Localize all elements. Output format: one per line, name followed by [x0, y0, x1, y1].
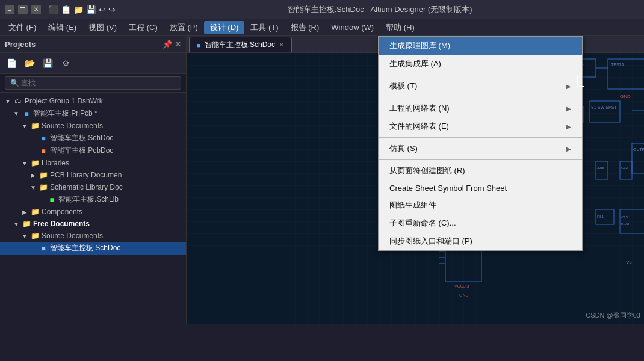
free-source-icon: 📁: [30, 231, 40, 241]
minimize-btn[interactable]: 🗕: [5, 5, 14, 14]
libraries-label: Libraries: [42, 159, 69, 167]
menu-reports[interactable]: 报告 (R): [285, 21, 326, 34]
window-controls[interactable]: 🗕 🗖 ✕: [5, 5, 41, 14]
pcb-project-icon: ■: [22, 109, 31, 119]
dropdown-label-simulation: 仿真 (S): [389, 143, 418, 154]
tree-item-main-schdoc[interactable]: ▶ ■ 智能车主控板.SchDoc: [0, 242, 186, 255]
svg-text:R51: R51: [597, 215, 604, 218]
menu-view[interactable]: 视图 (V): [82, 21, 123, 34]
tab-close-icon[interactable]: ✕: [279, 41, 284, 49]
sep-4: [379, 159, 582, 160]
sidebar-panel: Projects 📌 ✕ 📄 📂 💾 ⚙ ▼ 🗂 Project Group 1…: [0, 36, 187, 324]
schlib-icon: ■: [47, 195, 57, 205]
dropdown-item-gen-schlib[interactable]: 生成原理图库 (M): [379, 37, 582, 55]
dropdown-item-create-symbol[interactable]: Create Sheet Symbol From Sheet: [379, 180, 582, 196]
project-netlist-sub-arrow: ▶: [566, 105, 571, 112]
menu-edit[interactable]: 编辑 (E): [42, 21, 82, 34]
tree-item-sch-lib[interactable]: ▼ 📁 Schematic Library Doc: [0, 181, 186, 193]
expand-arrow-project-group: ▼: [4, 98, 11, 105]
folder-icon: 📁: [73, 5, 84, 14]
dropdown-item-sync-ports[interactable]: 同步图纸入口和端口 (P): [379, 232, 582, 250]
sidebar-close-icon[interactable]: ✕: [175, 40, 181, 49]
dropdown-label-file-netlist: 文件的网络表 (E): [389, 121, 449, 132]
sidebar-save-btn[interactable]: 💾: [40, 55, 55, 71]
tree-item-free-source[interactable]: ▼ 📁 Source Documents: [0, 230, 186, 242]
tab-main-schdoc[interactable]: ■ 智能车主控板.SchDoc ✕: [189, 37, 292, 52]
template-sub-arrow: ▶: [566, 83, 571, 90]
expand-arrow-free-source: ▼: [21, 233, 28, 239]
tree-item-pcbdoc[interactable]: ▶ ■ 智能车主板.PcbDoc: [0, 144, 186, 157]
undo-icon[interactable]: ↩: [99, 5, 106, 14]
window-title: 智能车主控板.SchDoc - Altium Designer (无限制版本): [120, 4, 639, 15]
tree-item-libraries[interactable]: ▼ 📁 Libraries: [0, 157, 186, 169]
dropdown-item-rename-subsheet[interactable]: 子图重新命名 (C)...: [379, 214, 582, 232]
pin-icon[interactable]: 📌: [163, 40, 172, 49]
save-icon: 💾: [86, 5, 96, 14]
dropdown-item-simulation[interactable]: 仿真 (S) ▶: [379, 140, 582, 158]
expand-arrow-sch-lib: ▼: [29, 184, 37, 191]
simulation-sub-arrow: ▶: [566, 146, 571, 152]
sidebar-search: [0, 74, 186, 93]
expand-arrow-source-docs: ▼: [21, 123, 28, 129]
components-icon: 📁: [30, 207, 40, 217]
svg-text:22uF: 22uF: [597, 166, 605, 170]
free-docs-icon: 📁: [22, 219, 31, 229]
file-netlist-sub-arrow: ▶: [566, 123, 571, 130]
schlib-label: 智能车主板.SchLib: [58, 194, 119, 205]
schdoc-label: 智能车主板.SchDoc: [50, 133, 113, 143]
pcb-lib-label: PCB Library Documen: [50, 171, 122, 179]
menu-help[interactable]: 帮助 (H): [380, 21, 421, 34]
menu-file[interactable]: 文件 (F): [2, 21, 42, 34]
tree-item-schlib-file[interactable]: ▶ ■ 智能车主板.SchLib: [0, 193, 186, 206]
close-btn[interactable]: ✕: [31, 5, 41, 14]
dropdown-label-gen-intlib: 生成集成库 (A): [389, 58, 441, 69]
project-group-icon: 🗂: [13, 96, 23, 106]
svg-text:OUTPUT: OUTPUT: [633, 147, 644, 152]
menu-design[interactable]: 设计 (D): [204, 21, 245, 34]
tree-item-source-docs[interactable]: ▼ 📁 Source Documents: [0, 120, 186, 132]
pcb-project-label: 智能车主板.PrjPcb *: [33, 108, 98, 119]
sidebar-header-icons: 📌 ✕: [163, 40, 181, 49]
svg-text:C12: C12: [621, 166, 628, 170]
menu-tools[interactable]: 工具 (T): [244, 21, 284, 34]
search-input[interactable]: [5, 76, 181, 90]
dropdown-label-create-sheet: 从页面符创建图纸 (R): [389, 165, 465, 176]
design-dropdown-menu: 生成原理图库 (M) 生成集成库 (A) 模板 (T) ▶ 工程的网络表 (N)…: [378, 36, 583, 251]
menubar: 文件 (F) 编辑 (E) 视图 (V) 工程 (C) 放置 (P) 设计 (D…: [0, 19, 644, 36]
tree-item-free-docs[interactable]: ▼ 📁 Free Documents: [0, 218, 186, 230]
main-area: Projects 📌 ✕ 📄 📂 💾 ⚙ ▼ 🗂 Project Group 1…: [0, 36, 644, 324]
dropdown-item-project-netlist[interactable]: 工程的网络表 (N) ▶: [379, 99, 582, 117]
svg-text:GND: GND: [459, 293, 469, 297]
dropdown-item-create-sheet[interactable]: 从页面符创建图纸 (R): [379, 162, 582, 180]
sidebar-settings-btn[interactable]: ⚙: [58, 55, 73, 71]
svg-text:V3: V3: [626, 259, 632, 265]
menu-project[interactable]: 工程 (C): [123, 21, 164, 34]
tree-item-pcb-lib[interactable]: ▶ 📁 PCB Library Documen: [0, 169, 186, 181]
dropdown-label-sync-ports: 同步图纸入口和端口 (P): [389, 236, 472, 247]
svg-text:S1-SW-SPST: S1-SW-SPST: [591, 105, 617, 110]
expand-arrow-components: ▶: [21, 209, 28, 215]
maximize-btn[interactable]: 🗖: [18, 5, 28, 14]
project-tree: ▼ 🗂 Project Group 1.DsnWrk ▼ ■ 智能车主板.Prj…: [0, 93, 186, 324]
pcbdoc-icon: ■: [39, 146, 48, 156]
sidebar-header: Projects 📌 ✕: [0, 36, 186, 53]
dropdown-item-gen-component[interactable]: 图纸生成组件: [379, 196, 582, 214]
sep-1: [379, 75, 582, 75]
tree-item-schdoc[interactable]: ▶ ■ 智能车主板.SchDoc: [0, 132, 186, 144]
dropdown-item-gen-intlib[interactable]: 生成集成库 (A): [379, 55, 582, 73]
titlebar: 🗕 🗖 ✕ ⬛ 📋 📁 💾 ↩ ↪ 智能车主控板.SchDoc - Altium…: [0, 0, 644, 19]
sidebar-new-btn[interactable]: 📄: [4, 55, 19, 71]
sidebar-open-btn[interactable]: 📂: [22, 55, 37, 71]
menu-window[interactable]: Window (W): [325, 22, 380, 33]
tab-icon: ■: [197, 42, 201, 49]
dropdown-item-template[interactable]: 模板 (T) ▶: [379, 77, 582, 95]
tree-item-project-group[interactable]: ▼ 🗂 Project Group 1.DsnWrk: [0, 95, 186, 107]
free-docs-label: Free Documents: [33, 220, 90, 228]
tree-item-pcb-project[interactable]: ▼ ■ 智能车主板.PrjPcb *: [0, 107, 186, 120]
expand-arrow-free-docs: ▼: [13, 221, 20, 227]
dropdown-item-file-netlist[interactable]: 文件的网络表 (E) ▶: [379, 117, 582, 135]
main-schdoc-icon: ■: [39, 244, 48, 253]
redo-icon[interactable]: ↪: [108, 5, 116, 14]
tree-item-components[interactable]: ▶ 📁 Components: [0, 206, 186, 218]
menu-place[interactable]: 放置 (P): [164, 21, 204, 34]
